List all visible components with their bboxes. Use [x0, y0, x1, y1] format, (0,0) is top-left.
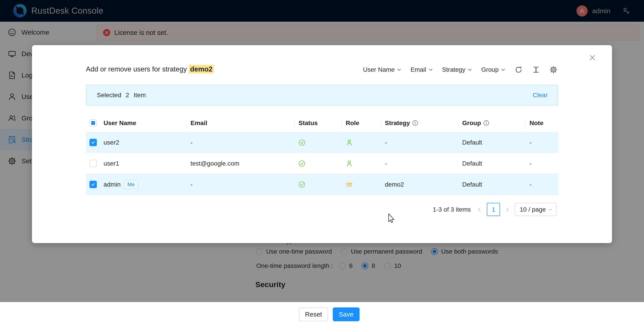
page-size-select[interactable]: 10 / page [515, 203, 556, 216]
row-checkbox[interactable] [90, 181, 97, 188]
next-page-icon[interactable] [504, 205, 510, 214]
group-cell: Default [458, 132, 526, 153]
rustdesk-console-screen: RustDesk Console A admin A [0, 0, 644, 332]
note-cell: - [526, 153, 558, 174]
chevron-down-icon [397, 68, 401, 71]
table-header-row: User Name Email Status Role Strategy Gro… [86, 114, 558, 132]
users-table: User Name Email Status Role Strategy Gro… [86, 114, 558, 195]
filter-email[interactable]: Email [410, 66, 433, 73]
status-enabled-icon [298, 181, 305, 188]
email-cell: - [187, 174, 295, 195]
selection-summary-bar: Selected2Item Clear [86, 85, 558, 105]
me-badge: Me [124, 180, 138, 189]
group-cell: Default [458, 174, 526, 195]
table-toolbar: User Name Email Strategy Group [363, 64, 558, 75]
user-name-cell: user1 [104, 160, 119, 167]
reset-button[interactable]: Reset [299, 308, 328, 321]
pagination: 1-3 of 3 items 1 10 / page [433, 203, 556, 216]
user-role-icon [346, 139, 353, 146]
user-name-cell: user2 [104, 139, 119, 146]
table-row[interactable]: user2 - - Default - [86, 132, 558, 153]
pagination-total: 1-3 of 3 items [433, 206, 471, 213]
note-cell: - [526, 132, 558, 153]
highlighted-strategy-name: demo2 [189, 65, 214, 73]
strategy-cell: demo2 [381, 174, 458, 195]
filter-strategy[interactable]: Strategy [442, 66, 472, 73]
user-name-cell: admin [104, 181, 120, 188]
group-cell: Default [458, 153, 526, 174]
save-button[interactable]: Save [333, 308, 360, 321]
add-remove-users-modal: Add or remove users for strategy demo2 U… [32, 45, 612, 243]
clear-selection-link[interactable]: Clear [533, 92, 548, 99]
info-icon[interactable] [483, 120, 489, 126]
selection-count: 2 [126, 92, 129, 98]
table-row[interactable]: user1 test@google.com - Default - [86, 153, 558, 174]
select-all-checkbox[interactable] [90, 119, 97, 127]
chevron-down-icon [548, 208, 552, 211]
row-checkbox[interactable] [90, 139, 97, 146]
email-cell: - [187, 132, 295, 153]
admin-crown-icon [346, 181, 353, 188]
prev-page-icon[interactable] [476, 205, 482, 214]
chevron-down-icon [468, 68, 472, 71]
strategy-cell: - [381, 153, 458, 174]
gear-icon[interactable] [550, 66, 558, 74]
status-enabled-icon [298, 139, 305, 146]
info-icon[interactable] [412, 120, 418, 126]
close-icon[interactable] [587, 52, 598, 63]
page-number-button[interactable]: 1 [487, 203, 500, 216]
row-checkbox[interactable] [90, 160, 97, 167]
refresh-icon[interactable] [514, 66, 522, 74]
note-cell: - [526, 174, 558, 195]
modal-title: Add or remove users for strategy demo2 [86, 65, 214, 73]
selection-text: Selected2Item [97, 92, 150, 99]
table-row[interactable]: admin Me - demo2 Default - [86, 174, 558, 195]
chevron-down-icon [501, 68, 505, 71]
chevron-down-icon [429, 68, 433, 71]
form-action-footer: Reset Save [0, 302, 644, 332]
filter-group[interactable]: Group [481, 66, 505, 73]
email-cell: test@google.com [187, 153, 295, 174]
filter-user-name[interactable]: User Name [363, 66, 401, 73]
column-height-icon[interactable] [532, 66, 540, 74]
status-enabled-icon [298, 160, 305, 167]
strategy-cell: - [381, 132, 458, 153]
user-role-icon [346, 160, 353, 167]
